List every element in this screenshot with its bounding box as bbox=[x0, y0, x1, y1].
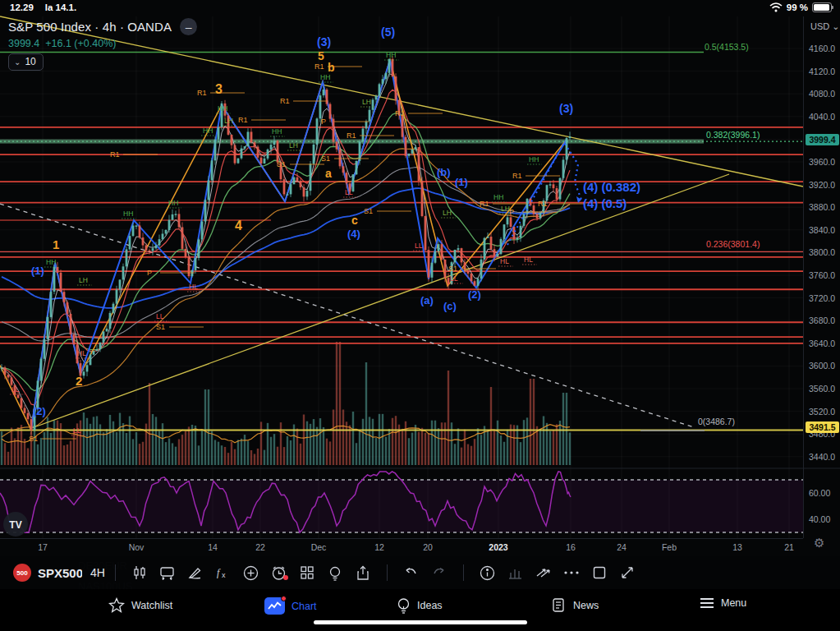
elliott-wave-label: (5) bbox=[381, 25, 395, 39]
pivot-label-r1: R1 bbox=[238, 116, 248, 124]
candlestick-icon[interactable] bbox=[126, 561, 154, 584]
elliott-wave-label: 4 bbox=[235, 219, 242, 233]
pivot-label-s1: S1 bbox=[156, 323, 165, 331]
price-tick: 3960.0 bbox=[809, 157, 835, 167]
swing-label-hh: HH bbox=[386, 51, 396, 59]
price-tick: 4080.0 bbox=[809, 89, 835, 99]
swing-label-lh: LH bbox=[362, 98, 371, 106]
elliott-wave-label: (2) bbox=[33, 405, 46, 417]
elliott-wave-label: (1) bbox=[455, 176, 468, 188]
status-bar: 12.29 la 14.1. 99 % bbox=[0, 0, 840, 16]
battery-percent: 99 % bbox=[787, 2, 808, 12]
nav-menu[interactable]: Menu bbox=[700, 597, 746, 609]
star-icon bbox=[108, 597, 125, 613]
watchlist-box-icon[interactable] bbox=[585, 561, 613, 584]
bar-replay-icon[interactable] bbox=[154, 561, 181, 584]
swing-label-hh: HH bbox=[320, 73, 330, 81]
draw-icon[interactable] bbox=[181, 561, 209, 584]
legend-count: 10 bbox=[25, 56, 35, 67]
price-tick: 3720.0 bbox=[809, 293, 835, 303]
share-icon[interactable] bbox=[349, 561, 377, 584]
layout-grid-icon[interactable] bbox=[293, 561, 321, 584]
time-tick: Feb bbox=[662, 542, 677, 552]
indicator-tick: 60.00 bbox=[809, 488, 830, 498]
time-tick: 12 bbox=[374, 542, 384, 552]
swing-label-hl: HL bbox=[189, 283, 198, 291]
more-ellipsis-icon[interactable] bbox=[558, 561, 585, 584]
nav-chart[interactable]: Chart bbox=[264, 597, 317, 615]
swing-label-lh: LH bbox=[224, 117, 233, 125]
collapse-header-button[interactable]: – bbox=[180, 18, 197, 35]
info-icon[interactable] bbox=[474, 561, 502, 584]
pivot-label-r1: R1 bbox=[347, 131, 356, 140]
last-price-label: 3999.4 bbox=[806, 134, 839, 145]
symbol-search-button[interactable]: SPX500US bbox=[38, 566, 82, 580]
swing-label-lh: LH bbox=[443, 209, 452, 217]
elliott-wave-label: c bbox=[351, 214, 358, 227]
elliott-wave-label: (a) bbox=[420, 294, 434, 306]
swing-label-hh: HH bbox=[123, 210, 133, 218]
news-icon bbox=[552, 597, 567, 613]
fib-label: 0.382(3996.1) bbox=[706, 130, 760, 140]
swing-label-hl: HL bbox=[500, 257, 509, 265]
elliott-wave-label: (1) bbox=[31, 265, 44, 277]
price-tick: 3920.0 bbox=[809, 180, 835, 190]
nav-watchlist[interactable]: Watchlist bbox=[108, 597, 172, 613]
symbol-title[interactable]: S&P 500 Index · 4h · OANDA bbox=[8, 20, 172, 34]
elliott-wave-label: (b) bbox=[437, 166, 451, 178]
chart-bars-icon[interactable] bbox=[502, 561, 530, 584]
swing-label-hh: HH bbox=[529, 155, 539, 164]
indicators-fx-icon[interactable]: fx bbox=[209, 561, 237, 584]
price-tick: 3560.0 bbox=[809, 384, 835, 394]
app-screen: 0.5(4153.5)0.382(3996.1)0.236(3801.4)0(3… bbox=[0, 0, 840, 631]
time-axis[interactable]: 17Nov1422Dec122020231624Feb1321 bbox=[0, 538, 803, 556]
home-indicator[interactable] bbox=[314, 620, 527, 624]
time-tick: 16 bbox=[566, 542, 576, 552]
swing-label-hl: HL bbox=[524, 256, 533, 264]
swing-label-hh: HH bbox=[46, 258, 56, 266]
interval-button[interactable]: 4H bbox=[90, 566, 105, 579]
swing-label-lh: LH bbox=[289, 141, 298, 150]
clock-text: 12.29 bbox=[10, 2, 34, 12]
elliott-wave-label: (4) bbox=[347, 228, 360, 240]
symbol-logo-badge[interactable]: 500 bbox=[13, 564, 31, 582]
price-tick: 3840.0 bbox=[809, 225, 835, 235]
time-tick: 2023 bbox=[489, 542, 507, 552]
nav-news[interactable]: News bbox=[552, 597, 599, 613]
alert-notification-dot bbox=[283, 575, 288, 580]
price-chart[interactable]: 0.5(4153.5)0.382(3996.1)0.236(3801.4)0(3… bbox=[0, 0, 840, 631]
redo-icon[interactable] bbox=[425, 561, 453, 584]
chevron-down-icon: ⌄ bbox=[14, 58, 21, 67]
price-tick: 4160.0 bbox=[809, 44, 835, 53]
nav-ideas[interactable]: Ideas bbox=[397, 597, 443, 614]
price-axis[interactable]: USD ⌄ ⚙ 4160.04120.04080.04040.03960.039… bbox=[803, 16, 840, 538]
swing-label-ll: LL bbox=[450, 274, 458, 283]
last-price: 3999.4 bbox=[8, 38, 39, 49]
elliott-wave-label: (3) bbox=[559, 102, 573, 115]
undo-icon[interactable] bbox=[397, 561, 425, 584]
compare-arrows-icon[interactable] bbox=[530, 561, 558, 584]
bottom-navigation: Watchlist Chart Ideas News Menu bbox=[0, 589, 840, 631]
axis-settings-gear-icon[interactable]: ⚙ bbox=[814, 536, 824, 550]
chart-app-icon bbox=[264, 597, 285, 615]
elliott-wave-label: (2) bbox=[468, 288, 481, 301]
tradingview-logo[interactable]: TV bbox=[9, 519, 21, 531]
time-tick: 21 bbox=[784, 542, 794, 552]
pivot-label-p: P bbox=[147, 269, 152, 277]
svg-text:f: f bbox=[217, 567, 221, 578]
price-tick: 3760.0 bbox=[809, 270, 835, 280]
fib-label: 0.236(3801.4) bbox=[706, 239, 760, 249]
time-tick: Dec bbox=[311, 542, 327, 552]
idea-bulb-icon[interactable] bbox=[321, 561, 349, 584]
chart-toolbar: 500 SPX500US 4H fx bbox=[0, 556, 840, 589]
svg-text:x: x bbox=[222, 571, 226, 579]
pivot-label-s1: S1 bbox=[321, 154, 330, 163]
add-circle-icon[interactable] bbox=[237, 561, 265, 584]
fullscreen-icon[interactable] bbox=[613, 561, 641, 584]
swing-label-hh: HH bbox=[168, 199, 178, 207]
currency-selector[interactable]: USD ⌄ bbox=[810, 21, 840, 32]
alerts-clock-icon[interactable] bbox=[265, 561, 293, 584]
legend-collapse-button[interactable]: ⌄ 10 bbox=[8, 53, 44, 71]
time-tick: 14 bbox=[208, 542, 218, 552]
pivot-label-r1: R1 bbox=[314, 62, 324, 71]
